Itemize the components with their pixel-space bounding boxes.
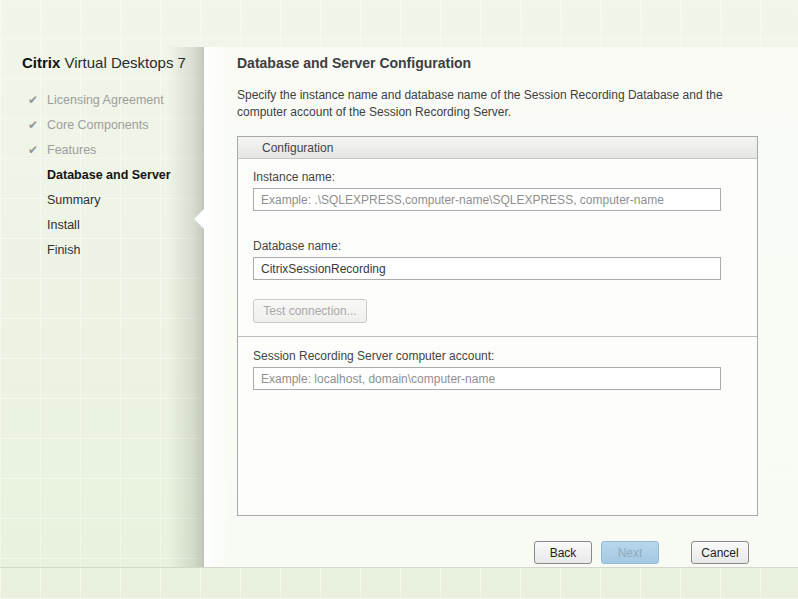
brand-name: Citrix — [22, 54, 60, 71]
back-button[interactable]: Back — [534, 541, 592, 564]
sidebar-item-features: ✔ Features — [28, 137, 171, 162]
instance-name-input[interactable] — [253, 188, 721, 211]
sidebar-item-licensing-agreement: ✔ Licensing Agreement — [28, 87, 171, 112]
groupbox-header: Configuration — [238, 137, 757, 159]
sidebar-item-core-components: ✔ Core Components — [28, 112, 171, 137]
checkmark-icon: ✔ — [28, 143, 47, 157]
step-label: Features — [47, 143, 96, 157]
section-divider — [238, 336, 757, 337]
instance-name-label: Instance name: — [253, 170, 335, 184]
checkmark-icon: ✔ — [28, 93, 47, 107]
next-button[interactable]: Next — [601, 541, 659, 564]
database-name-label: Database name: — [253, 239, 341, 253]
footer-divider — [0, 567, 798, 568]
server-account-label: Session Recording Server computer accoun… — [253, 349, 494, 363]
cancel-button[interactable]: Cancel — [691, 541, 749, 564]
step-label: Summary — [47, 193, 100, 207]
database-name-input[interactable] — [253, 257, 721, 280]
test-connection-button[interactable]: Test connection... — [253, 299, 367, 323]
wizard-steps: ✔ Licensing Agreement ✔ Core Components … — [28, 87, 171, 262]
page-description: Specify the instance name and database n… — [237, 87, 742, 121]
configuration-groupbox: Configuration Instance name: Database na… — [237, 136, 758, 516]
page-title: Database and Server Configuration — [237, 55, 471, 71]
product-title: Citrix Virtual Desktops 7 — [22, 54, 186, 71]
installer-window: Citrix Virtual Desktops 7 ✔ Licensing Ag… — [0, 0, 798, 599]
sidebar-shadow — [168, 47, 204, 567]
step-label: Finish — [47, 243, 80, 257]
sidebar-item-finish: Finish — [28, 237, 171, 262]
server-account-input[interactable] — [253, 367, 721, 390]
step-label: Licensing Agreement — [47, 93, 164, 107]
sidebar-item-summary: Summary — [28, 187, 171, 212]
step-label: Database and Server — [47, 168, 171, 182]
sidebar-item-database-and-server: Database and Server — [28, 162, 171, 187]
checkmark-icon: ✔ — [28, 118, 47, 132]
sidebar-item-install: Install — [28, 212, 171, 237]
step-label: Core Components — [47, 118, 148, 132]
product-name: Virtual Desktops 7 — [65, 54, 186, 71]
step-label: Install — [47, 218, 80, 232]
